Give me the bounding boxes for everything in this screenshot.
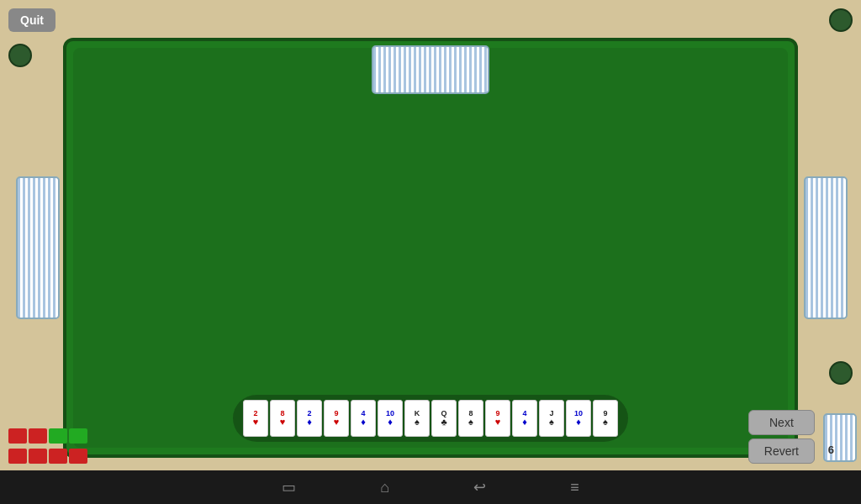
card-12[interactable]: 10♦ bbox=[566, 400, 591, 437]
bar-segment bbox=[69, 449, 87, 464]
top-deck[interactable] bbox=[372, 45, 489, 94]
right-deck[interactable] bbox=[804, 176, 848, 319]
score-bar-row1 bbox=[8, 428, 87, 444]
score-bar-row2 bbox=[8, 449, 87, 464]
home-icon[interactable]: ⌂ bbox=[380, 479, 389, 496]
left-deck[interactable] bbox=[16, 176, 60, 319]
card-8[interactable]: 8♠ bbox=[458, 400, 483, 437]
recent-apps-icon[interactable]: ▭ bbox=[282, 478, 296, 496]
menu-icon[interactable]: ≡ bbox=[570, 479, 579, 496]
next-button[interactable]: Next bbox=[748, 410, 815, 435]
indicator-right bbox=[829, 361, 853, 385]
card-1[interactable]: 8♥ bbox=[270, 400, 295, 437]
score-bars bbox=[8, 428, 87, 464]
card-7[interactable]: Q♣ bbox=[431, 400, 457, 437]
bar-segment bbox=[69, 428, 87, 444]
card-2[interactable]: 2♦ bbox=[297, 400, 322, 437]
action-buttons: Next Revert bbox=[748, 410, 815, 464]
indicator-top-right bbox=[829, 8, 853, 32]
card-0[interactable]: 2♥ bbox=[243, 400, 268, 437]
card-10[interactable]: 4♦ bbox=[512, 400, 537, 437]
game-table: 2♥8♥2♦9♥4♦10♦K♠Q♣8♠9♥4♦J♠10♦9♠ bbox=[63, 38, 798, 458]
bar-segment bbox=[29, 428, 47, 444]
felt-inner bbox=[73, 48, 788, 448]
bar-segment bbox=[29, 449, 47, 464]
bar-segment bbox=[49, 428, 67, 444]
card-6[interactable]: K♠ bbox=[404, 400, 430, 437]
bar-segment bbox=[49, 449, 67, 464]
card-9[interactable]: 9♥ bbox=[485, 400, 510, 437]
bar-segment bbox=[8, 449, 27, 464]
android-nav-bar: ▭ ⌂ ↩ ≡ bbox=[0, 470, 861, 504]
score-value: 6 bbox=[828, 444, 834, 456]
card-tray: 2♥8♥2♦9♥4♦10♦K♠Q♣8♠9♥4♦J♠10♦9♠ bbox=[233, 395, 628, 442]
revert-button[interactable]: Revert bbox=[748, 438, 815, 464]
card-11[interactable]: J♠ bbox=[539, 400, 564, 437]
top-deck-visual bbox=[372, 45, 489, 94]
bar-segment bbox=[8, 428, 27, 444]
indicator-top-left bbox=[8, 44, 32, 67]
quit-button[interactable]: Quit bbox=[8, 8, 55, 32]
card-5[interactable]: 10♦ bbox=[378, 400, 403, 437]
card-3[interactable]: 9♥ bbox=[324, 400, 349, 437]
card-4[interactable]: 4♦ bbox=[351, 400, 376, 437]
card-13[interactable]: 9♠ bbox=[593, 400, 618, 437]
back-icon[interactable]: ↩ bbox=[473, 478, 486, 496]
